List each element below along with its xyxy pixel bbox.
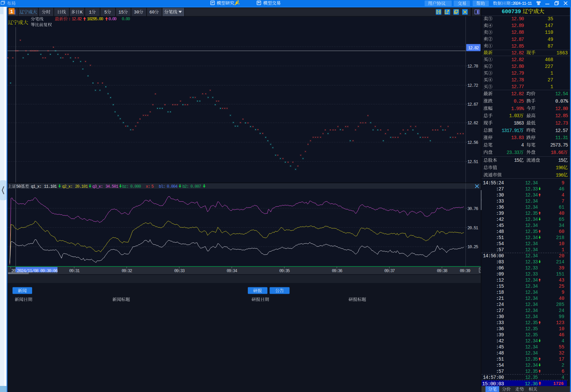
svg-text:11.101: 11.101 bbox=[44, 184, 57, 189]
svg-text::: : bbox=[68, 17, 70, 22]
svg-text:x:: x: bbox=[146, 184, 150, 189]
svg-text:87: 87 bbox=[548, 44, 553, 49]
svg-text:12.34: 12.34 bbox=[525, 241, 538, 246]
svg-text::15: :15 bbox=[496, 284, 504, 289]
svg-text:34: 34 bbox=[559, 223, 564, 228]
svg-text:12.56: 12.56 bbox=[468, 140, 478, 145]
svg-text:6: 6 bbox=[562, 369, 564, 374]
svg-text:12.88: 12.88 bbox=[511, 30, 524, 35]
svg-text::42: :42 bbox=[496, 338, 504, 344]
svg-text:34.501: 34.501 bbox=[105, 184, 118, 189]
svg-text:1863: 1863 bbox=[556, 50, 568, 56]
svg-text:24: 24 bbox=[559, 308, 564, 313]
svg-text:20: 20 bbox=[559, 253, 564, 259]
svg-text:468: 468 bbox=[545, 57, 553, 62]
svg-text:46: 46 bbox=[559, 332, 564, 338]
svg-text:12.34: 12.34 bbox=[525, 363, 538, 368]
svg-text:40: 40 bbox=[559, 211, 564, 216]
svg-text::54: :54 bbox=[496, 363, 504, 368]
svg-text:5: 5 bbox=[151, 184, 154, 189]
svg-text:1: 1 bbox=[562, 247, 564, 253]
svg-text:0.007: 0.007 bbox=[190, 184, 201, 189]
svg-text:12.35: 12.35 bbox=[525, 375, 538, 380]
svg-text:12.35: 12.35 bbox=[525, 326, 538, 332]
svg-text::51: :51 bbox=[496, 357, 504, 362]
svg-text:12.34: 12.34 bbox=[525, 223, 538, 228]
svg-text:12.67: 12.67 bbox=[468, 102, 478, 107]
svg-text:15: 15 bbox=[558, 158, 563, 163]
svg-text::48: :48 bbox=[496, 350, 504, 356]
svg-text:12.36: 12.36 bbox=[525, 381, 538, 387]
svg-text:49: 49 bbox=[548, 37, 553, 42]
svg-text:12.34: 12.34 bbox=[525, 235, 538, 240]
svg-text::57: :57 bbox=[496, 369, 504, 374]
svg-text:60: 60 bbox=[149, 10, 155, 15]
svg-text:09:31: 09:31 bbox=[69, 269, 79, 273]
svg-text:12.33: 12.33 bbox=[525, 186, 538, 192]
svg-text:10.25: 10.25 bbox=[468, 245, 478, 250]
svg-text:bz:: bz: bbox=[122, 184, 128, 189]
svg-text:1.03: 1.03 bbox=[509, 113, 519, 119]
svg-text:12.82: 12.82 bbox=[511, 57, 524, 62]
svg-text:12.34: 12.34 bbox=[525, 350, 538, 356]
svg-text:285: 285 bbox=[556, 302, 564, 307]
svg-text:12.82: 12.82 bbox=[72, 17, 82, 22]
svg-text:10: 10 bbox=[559, 326, 564, 332]
svg-text:32: 32 bbox=[559, 350, 564, 356]
svg-text:15: 15 bbox=[514, 158, 519, 163]
svg-text:14:56:00: 14:56:00 bbox=[483, 253, 504, 259]
svg-text:218: 218 bbox=[556, 235, 564, 240]
svg-text:4: 4 bbox=[521, 142, 524, 148]
svg-text::24: :24 bbox=[496, 302, 504, 307]
svg-text:09:32: 09:32 bbox=[122, 269, 132, 273]
svg-text:0.25: 0.25 bbox=[514, 99, 524, 104]
svg-text:65: 65 bbox=[559, 217, 564, 222]
svg-text:39: 39 bbox=[559, 265, 564, 271]
svg-text::45: :45 bbox=[496, 223, 504, 228]
svg-text:q2_x:: q2_x: bbox=[62, 184, 73, 189]
svg-text:0.00: 0.00 bbox=[122, 17, 130, 22]
svg-text:12.90: 12.90 bbox=[511, 16, 524, 22]
svg-text::45: :45 bbox=[496, 344, 504, 350]
svg-text:1317.91: 1317.91 bbox=[502, 128, 519, 133]
svg-text::30: :30 bbox=[496, 314, 504, 319]
svg-text:12.34: 12.34 bbox=[525, 344, 538, 350]
svg-text:12.35: 12.35 bbox=[525, 357, 538, 362]
svg-text:1: 1 bbox=[89, 10, 92, 15]
svg-text:1863: 1863 bbox=[514, 121, 524, 126]
svg-text:12.35: 12.35 bbox=[525, 332, 538, 338]
svg-text:123: 123 bbox=[556, 320, 564, 325]
svg-text:23.33: 23.33 bbox=[506, 150, 519, 155]
svg-text:43: 43 bbox=[559, 278, 564, 283]
svg-text:151: 151 bbox=[556, 271, 564, 277]
svg-text:9: 9 bbox=[562, 180, 564, 186]
svg-text:0.000: 0.000 bbox=[130, 184, 141, 189]
svg-text:12.35: 12.35 bbox=[525, 320, 538, 325]
svg-text:12.33: 12.33 bbox=[525, 259, 538, 265]
svg-text::03: :03 bbox=[496, 259, 504, 265]
svg-text:12.51: 12.51 bbox=[468, 160, 478, 164]
svg-text:10: 10 bbox=[559, 241, 564, 246]
svg-text:12.54: 12.54 bbox=[555, 91, 568, 97]
svg-text:14:55:24: 14:55:24 bbox=[483, 180, 504, 186]
svg-text:9: 9 bbox=[562, 290, 564, 295]
svg-text:214: 214 bbox=[556, 259, 564, 265]
svg-text:0.07%: 0.07% bbox=[555, 99, 568, 104]
svg-text:12.62: 12.62 bbox=[468, 121, 478, 126]
svg-text:12.34: 12.34 bbox=[525, 278, 538, 283]
svg-text:q1_x:: q1_x: bbox=[31, 184, 42, 189]
svg-text:12.57: 12.57 bbox=[555, 128, 568, 133]
svg-text::39: :39 bbox=[496, 211, 504, 216]
svg-text:17: 17 bbox=[559, 357, 564, 362]
svg-text:12.82: 12.82 bbox=[511, 50, 524, 56]
svg-text:12.89: 12.89 bbox=[511, 23, 524, 28]
svg-text::33: :33 bbox=[496, 320, 504, 325]
svg-text:227: 227 bbox=[545, 64, 553, 69]
svg-text:1.99%: 1.99% bbox=[511, 106, 524, 111]
svg-text:27: 27 bbox=[548, 77, 553, 83]
svg-text::27: :27 bbox=[496, 308, 504, 313]
svg-text:147: 147 bbox=[545, 23, 553, 28]
svg-text:12.80: 12.80 bbox=[511, 64, 524, 69]
svg-text:12.35: 12.35 bbox=[525, 229, 538, 234]
svg-text::30: :30 bbox=[496, 192, 504, 198]
